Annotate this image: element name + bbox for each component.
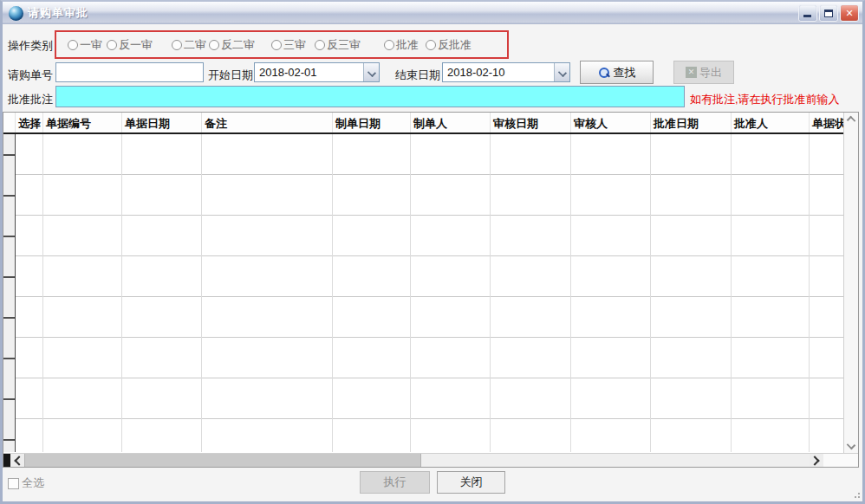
window-title: 请购单审批 [28, 5, 88, 21]
comment-hint-text: 如有批注,请在执行批准前输入 [690, 92, 840, 107]
close-dialog-button[interactable]: 关闭 [437, 471, 505, 494]
execute-button[interactable]: 执行 [360, 471, 430, 494]
radio-icon [426, 40, 436, 50]
checkbox-icon [8, 478, 19, 489]
chevron-down-icon[interactable] [554, 63, 569, 81]
search-icon [598, 67, 610, 79]
excel-export-icon: ✕ [686, 67, 697, 78]
title-bar[interactable]: 请购单审批 ✕ [3, 2, 862, 24]
close-icon: ✕ [845, 8, 853, 18]
end-date-value: 2018-02-10 [443, 66, 554, 79]
radio-approve[interactable]: 批准 [384, 37, 419, 53]
documents-table: 选择 单据编号 单据日期 备注 制单日期 制单人 审核日期 审核人 批准日期 批… [3, 112, 859, 468]
scroll-left-icon[interactable] [10, 454, 24, 467]
minimize-button[interactable] [798, 4, 817, 22]
app-globe-icon [9, 6, 23, 21]
scrollbar-end-cap [823, 454, 858, 467]
radio-icon [209, 40, 219, 50]
minimize-icon [803, 15, 811, 17]
radio-icon [384, 40, 394, 50]
radio-first-audit[interactable]: 一审 [68, 37, 102, 53]
row-header-column [3, 134, 16, 452]
end-date-combobox[interactable]: 2018-02-10 [442, 62, 570, 82]
comment-input[interactable] [55, 86, 685, 107]
table-body[interactable] [3, 134, 858, 452]
select-all-checkbox[interactable]: 全选 [8, 475, 44, 491]
scroll-right-icon[interactable] [810, 454, 823, 467]
column-header-creator[interactable]: 制单人 [411, 113, 491, 132]
close-button[interactable]: ✕ [840, 4, 859, 22]
radio-icon [271, 40, 282, 50]
column-header-select[interactable]: 选择 [16, 113, 43, 132]
column-doc-date [122, 134, 202, 452]
column-remark [202, 134, 333, 452]
column-approver [732, 134, 810, 452]
scroll-up-icon[interactable] [847, 116, 855, 125]
export-button[interactable]: ✕ 导出 [673, 61, 734, 84]
footer-bar: 全选 执行 关闭 [3, 468, 862, 501]
scroll-down-icon[interactable] [847, 441, 855, 449]
column-audit-date [491, 134, 571, 452]
radio-icon [68, 40, 78, 50]
column-header-doc-date[interactable]: 单据日期 [122, 113, 202, 132]
column-doc-no [43, 134, 122, 452]
maximize-icon [824, 10, 833, 17]
radio-icon [315, 40, 325, 50]
radio-undo-third-audit[interactable]: 反三审 [315, 37, 361, 53]
horizontal-scrollbar[interactable] [3, 453, 858, 467]
radio-second-audit[interactable]: 二审 [172, 37, 206, 53]
column-create-date [333, 134, 411, 452]
horizontal-scrollbar-thumb[interactable] [24, 454, 421, 467]
maximize-button[interactable] [819, 4, 838, 22]
start-date-label: 开始日期 [208, 68, 253, 83]
vertical-scrollbar[interactable] [843, 113, 858, 453]
radio-undo-second-audit[interactable]: 反二审 [209, 37, 255, 53]
dialog-window: 请购单审批 ✕ 操作类别 一审 反一审 二审 反二审 [0, 0, 865, 504]
table-header-row: 选择 单据编号 单据日期 备注 制单日期 制单人 审核日期 审核人 批准日期 批… [3, 113, 858, 134]
radio-undo-approve[interactable]: 反批准 [426, 37, 472, 53]
column-header-create-date[interactable]: 制单日期 [333, 113, 411, 132]
column-creator [411, 134, 491, 452]
scrollbar-corner-block [3, 454, 10, 467]
operation-type-label: 操作类别 [8, 38, 53, 54]
column-header-approve-date[interactable]: 批准日期 [651, 113, 732, 132]
chevron-down-icon[interactable] [363, 63, 379, 81]
row-header-corner [3, 113, 16, 132]
horizontal-scrollbar-track[interactable] [421, 454, 810, 467]
end-date-label: 结束日期 [395, 68, 440, 83]
resize-grip[interactable] [850, 488, 861, 499]
radio-icon [172, 40, 182, 50]
column-select [16, 134, 43, 452]
window-controls: ✕ [798, 4, 859, 22]
radio-third-audit[interactable]: 三审 [271, 37, 306, 53]
column-header-auditor[interactable]: 审核人 [571, 113, 651, 132]
search-button[interactable]: 查找 [580, 61, 654, 84]
column-header-audit-date[interactable]: 审核日期 [491, 113, 571, 132]
order-no-input[interactable] [55, 62, 204, 82]
comment-label: 批准批注 [8, 92, 53, 107]
operation-type-group: 一审 反一审 二审 反二审 三审 反三审 [55, 30, 509, 59]
column-header-doc-no[interactable]: 单据编号 [43, 113, 122, 132]
start-date-combobox[interactable]: 2018-02-01 [254, 62, 380, 82]
radio-undo-first-audit[interactable]: 反一审 [107, 37, 153, 53]
column-header-approver[interactable]: 批准人 [732, 113, 810, 132]
column-approve-date [651, 134, 732, 452]
order-no-label: 请购单号 [8, 68, 53, 83]
dialog-content: 操作类别 一审 反一审 二审 反二审 三审 [3, 24, 862, 501]
radio-icon [107, 40, 117, 50]
column-header-remark[interactable]: 备注 [202, 113, 333, 132]
column-auditor [571, 134, 651, 452]
start-date-value: 2018-02-01 [255, 66, 363, 79]
